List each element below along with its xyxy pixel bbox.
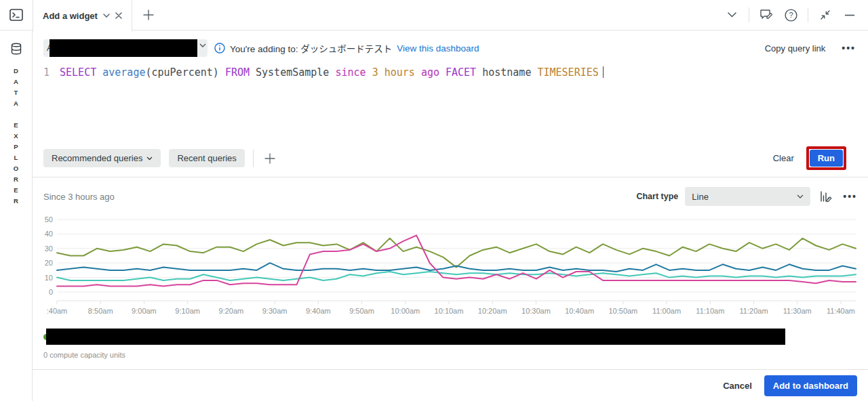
line-chart[interactable]: 01020304050 :40am8:50am9:00am9:10am9:20a… [43, 214, 857, 316]
chart-type-chevron-down-icon [797, 194, 804, 198]
svg-text:30: 30 [45, 245, 53, 253]
chart-preview-panel: Since 3 hours ago Chart type Line ••• 01… [33, 177, 868, 370]
collapse-icon[interactable] [818, 7, 833, 22]
x-axis-tick-label: 9:00am [132, 307, 157, 315]
recommended-chevron-down-icon [146, 156, 153, 161]
footer-actions: Cancel Add to dashboard [33, 370, 868, 401]
line-number: 1 [43, 66, 50, 79]
minimize-icon[interactable] [842, 7, 857, 22]
query-builder-panel: A You're adding to: ダッシュボードテスト View this… [33, 30, 868, 177]
x-axis-tick-label: 9:50am [349, 307, 374, 315]
x-axis-tick-label: 11:30am [783, 307, 812, 315]
help-icon[interactable]: ? [783, 7, 798, 22]
chart-legend[interactable] [43, 329, 785, 345]
query-toolbar: Recommended queries Recent queries Clear… [43, 141, 857, 177]
account-redaction-bar [50, 39, 197, 57]
x-axis-tick-label: 9:30am [262, 307, 288, 315]
x-axis-tick-label: 10:00am [391, 307, 420, 315]
run-highlight-annotation: Run [806, 146, 846, 170]
top-header: Add a widget ? [0, 0, 868, 30]
svg-text:20: 20 [45, 259, 53, 267]
chart-plot[interactable]: 01020304050 [43, 214, 857, 305]
svg-text:40: 40 [45, 230, 53, 238]
x-axis-tick-label: 10:20am [478, 307, 507, 315]
cancel-button[interactable]: Cancel [723, 381, 752, 391]
recommended-queries-button[interactable]: Recommended queries [43, 149, 161, 167]
adding-to-note: You're adding to: ダッシュボードテスト View this d… [214, 41, 479, 55]
x-axis-labels: :40am8:50am9:00am9:10am9:20am9:30am9:40a… [43, 305, 857, 316]
tab-close-icon[interactable] [115, 12, 122, 19]
x-axis-tick-label: :40am [47, 307, 68, 315]
database-icon[interactable] [10, 43, 22, 55]
add-to-dashboard-button[interactable]: Add to dashboard [764, 375, 857, 396]
view-dashboard-link[interactable]: View this dashboard [397, 43, 479, 54]
header-divider [808, 7, 808, 22]
terminal-icon[interactable] [0, 0, 33, 30]
run-button[interactable]: Run [810, 150, 843, 167]
recommended-queries-label: Recommended queries [52, 153, 142, 163]
compute-capacity-note: 0 compute capacity units [43, 351, 857, 359]
panel-chevron-down-icon[interactable] [724, 7, 739, 22]
x-axis-tick-label: 10:50am [608, 307, 637, 315]
x-axis-tick-label: 9:10am [175, 307, 200, 315]
chart-type-select[interactable]: Line [685, 187, 810, 206]
since-label: Since 3 hours ago [43, 192, 115, 202]
tab-chevron-down-icon[interactable] [103, 14, 110, 18]
edit-chart-icon[interactable] [820, 190, 832, 203]
nrql-query-text: SELECT average(cpuPercent) FROM SystemSa… [60, 66, 599, 79]
data-explorer-sidebar: DATA EXPLORER [0, 30, 33, 401]
header-spacer [165, 0, 724, 30]
info-icon [214, 43, 225, 54]
x-axis-tick-label: 10:10am [435, 307, 464, 315]
header-controls: ? [724, 0, 868, 30]
sidebar-vertical-label[interactable]: DATA EXPLORER [12, 67, 20, 208]
x-axis-tick-label: 11:40am [827, 307, 855, 315]
toolbar-divider [253, 150, 254, 167]
x-axis-tick-label: 9:20am [219, 307, 244, 315]
feedback-icon[interactable] [759, 7, 774, 22]
x-axis-tick-label: 8:50am [88, 307, 113, 315]
add-query-tab-button[interactable] [262, 153, 278, 164]
recent-queries-label: Recent queries [177, 153, 236, 163]
editor-empty-space[interactable] [43, 79, 857, 141]
x-axis-tick-label: 10:30am [521, 307, 551, 315]
legend-redaction-bar [46, 329, 785, 345]
svg-text:0: 0 [49, 288, 53, 296]
chart-type-value: Line [692, 192, 709, 202]
x-axis-tick-label: 9:40am [306, 307, 331, 315]
chart-type-label: Chart type [636, 192, 678, 201]
tab-label: Add a widget [43, 11, 98, 21]
x-axis-tick-label: 11:10am [696, 307, 724, 315]
adding-to-text: You're adding to: ダッシュボードテスト [230, 41, 392, 55]
svg-text:50: 50 [45, 215, 53, 224]
copy-query-link-button[interactable]: Copy query link [765, 43, 826, 54]
x-axis-tick-label: 11:00am [652, 307, 681, 315]
text-cursor [603, 66, 604, 78]
x-axis-tick-label: 10:40am [565, 307, 594, 315]
account-select-dropdown[interactable]: A [43, 39, 208, 57]
clear-button[interactable]: Clear [773, 153, 794, 163]
svg-text:?: ? [789, 11, 793, 19]
account-chevron-down-icon [199, 43, 206, 47]
chart-more-options-icon[interactable]: ••• [843, 191, 857, 202]
svg-text:10: 10 [45, 274, 53, 282]
x-axis-tick-label: 11:20am [740, 307, 768, 315]
tab-add-a-widget[interactable]: Add a widget [33, 0, 132, 31]
nrql-query-editor[interactable]: 1 SELECT average(cpuPercent) FROM System… [43, 64, 857, 79]
header-divider [749, 7, 749, 22]
new-tab-button[interactable] [132, 0, 165, 30]
recent-queries-button[interactable]: Recent queries [169, 149, 244, 167]
query-more-options-icon[interactable]: ••• [842, 43, 856, 54]
